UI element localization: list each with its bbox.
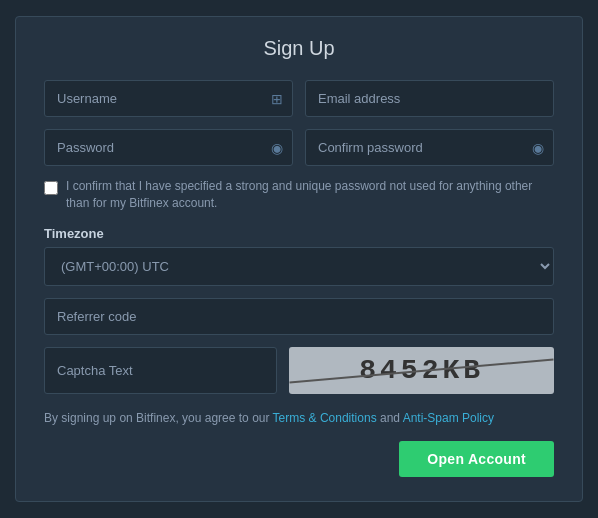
captcha-image: 8452KB — [289, 347, 554, 394]
password-input[interactable] — [44, 129, 293, 166]
email-input[interactable] — [305, 80, 554, 117]
password-confirm-row: I confirm that I have specified a strong… — [44, 178, 554, 212]
username-group: ⊞ — [44, 80, 293, 117]
confirm-password-group: ◉ — [305, 129, 554, 166]
referrer-input[interactable] — [44, 298, 554, 335]
row-password-confirm: ◉ ◉ — [44, 129, 554, 166]
terms-row: By signing up on Bitfinex, you agree to … — [44, 410, 554, 427]
username-input[interactable] — [44, 80, 293, 117]
terms-text-before: By signing up on Bitfinex, you agree to … — [44, 411, 273, 425]
email-group — [305, 80, 554, 117]
row-username-email: ⊞ — [44, 80, 554, 117]
submit-row: Open Account — [44, 441, 554, 477]
referrer-row — [44, 298, 554, 335]
terms-conditions-link[interactable]: Terms & Conditions — [273, 411, 377, 425]
timezone-section: Timezone (GMT-12:00) International Date … — [44, 226, 554, 298]
signup-form: Sign Up ⊞ ◉ ◉ I confirm that I have spec… — [15, 16, 583, 501]
open-account-button[interactable]: Open Account — [399, 441, 554, 477]
terms-text-middle: and — [377, 411, 403, 425]
timezone-select[interactable]: (GMT-12:00) International Date Line West… — [44, 247, 554, 286]
page-title: Sign Up — [44, 37, 554, 60]
password-checkbox-label: I confirm that I have specified a strong… — [66, 178, 554, 212]
confirm-password-input[interactable] — [305, 129, 554, 166]
password-group: ◉ — [44, 129, 293, 166]
antispam-link[interactable]: Anti-Spam Policy — [403, 411, 494, 425]
password-checkbox[interactable] — [44, 181, 58, 195]
timezone-label: Timezone — [44, 226, 554, 241]
captcha-row: 8452KB — [44, 347, 554, 394]
captcha-input[interactable] — [44, 347, 277, 394]
